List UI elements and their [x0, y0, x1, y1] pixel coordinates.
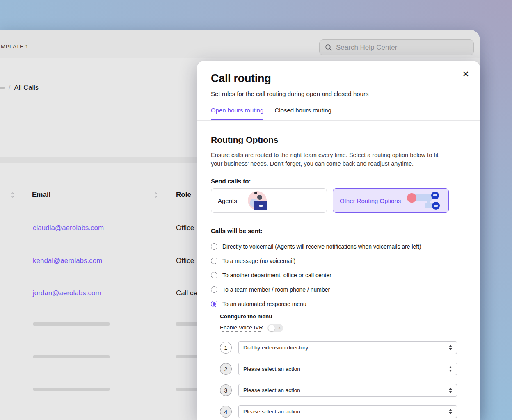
column-header-role: Role: [176, 191, 191, 199]
radio-icon[interactable]: [211, 286, 217, 293]
menu-action-select-3[interactable]: Please select an action: [238, 384, 457, 397]
routing-options-description: Ensure calls are routed to the right tea…: [211, 151, 451, 168]
menu-action-select-1[interactable]: Dial by extension directory: [238, 341, 457, 354]
radio-option-another-department[interactable]: To another department, office or call ce…: [211, 268, 421, 282]
select-arrows-icon: [449, 345, 452, 350]
skeleton-row: [33, 322, 110, 326]
role-cell: Office: [176, 224, 194, 232]
configure-menu-heading: Configure the menu: [220, 313, 272, 320]
radio-icon-selected[interactable]: [211, 301, 217, 307]
app-header: MPLATE 1 Search Help Center: [0, 30, 480, 58]
menu-action-select-2[interactable]: Please select an action: [238, 363, 457, 375]
template-label: MPLATE 1: [1, 43, 28, 50]
breadcrumb-separator: /: [9, 84, 10, 91]
send-calls-to-label: Send calls to:: [211, 178, 251, 185]
routing-options-heading: Routing Options: [211, 135, 278, 145]
sort-icon[interactable]: [153, 192, 158, 199]
radio-option-automated-response-menu[interactable]: To an automated response menu: [211, 297, 421, 311]
close-icon[interactable]: ✕: [460, 68, 471, 80]
toggle-knob: [268, 325, 275, 331]
call-routing-modal: ✕ Call routing Set rules for the call ro…: [197, 61, 480, 420]
agents-card-label: Agents: [218, 197, 237, 204]
menu-action-select-4[interactable]: Please select an action: [238, 405, 457, 418]
tab-closed-hours-routing[interactable]: Closed hours routing: [274, 107, 331, 120]
search-icon: [325, 44, 332, 51]
help-center-search-input[interactable]: Search Help Center: [319, 39, 474, 55]
email-link[interactable]: jordan@aerolabs.com: [33, 289, 101, 297]
menu-number-badge: 4: [220, 406, 232, 418]
other-routing-options-label: Other Routing Options: [340, 197, 401, 204]
agents-card[interactable]: Agents: [211, 188, 327, 213]
radio-option-message[interactable]: To a message (no voicemail): [211, 253, 421, 268]
ivr-menu-row-2: 2 Please select an action: [220, 363, 457, 375]
column-header-email: Email: [32, 191, 50, 199]
select-arrows-icon: [449, 388, 452, 393]
enable-voice-ivr-row: Enable Voice IVR ×: [220, 324, 283, 332]
ivr-menu-row-3: 3 Please select an action: [220, 384, 457, 397]
radio-icon[interactable]: [211, 258, 217, 264]
ivr-menu-row-4: 4 Please select an action: [220, 405, 457, 418]
tab-bar: Open hours routing Closed hours routing: [211, 107, 331, 120]
role-cell: Call ce: [176, 289, 197, 297]
breadcrumb-current: All Calls: [14, 84, 39, 91]
modal-subtitle: Set rules for the call routing during op…: [211, 90, 368, 97]
toggle-off-icon: ×: [278, 325, 281, 330]
ivr-menu-list: 1 Dial by extension directory 2 Please s…: [220, 341, 457, 420]
select-arrows-icon: [449, 409, 452, 414]
routing-cards: Agents Other Routing Options: [211, 188, 449, 213]
screen: MPLATE 1 Search Help Center / All Calls …: [0, 0, 512, 420]
radio-icon[interactable]: [211, 272, 217, 278]
routing-flow-illustration-icon: [407, 191, 442, 210]
agents-illustration-icon: [246, 190, 268, 211]
menu-number-badge: 3: [220, 384, 232, 396]
select-arrows-icon: [449, 366, 452, 372]
email-link[interactable]: kendal@aerolabs.com: [33, 257, 102, 265]
role-cell: Office: [176, 257, 194, 265]
skeleton-row: [33, 355, 110, 358]
menu-number-badge: 1: [220, 342, 232, 354]
sort-icon[interactable]: [10, 192, 15, 199]
ivr-menu-row-1: 1 Dial by extension directory: [220, 341, 457, 354]
radio-icon[interactable]: [211, 243, 217, 250]
skeleton-row: [33, 388, 110, 391]
search-placeholder: Search Help Center: [336, 43, 397, 52]
radio-option-team-member[interactable]: To a team member / room phone / number: [211, 282, 421, 297]
tabs-divider: [197, 120, 480, 121]
breadcrumb: / All Calls: [0, 84, 39, 91]
enable-voice-ivr-label: Enable Voice IVR: [220, 324, 263, 332]
tab-open-hours-routing[interactable]: Open hours routing: [211, 107, 263, 120]
email-link[interactable]: claudia@aerolabs.com: [33, 224, 104, 232]
other-routing-options-card[interactable]: Other Routing Options: [333, 188, 449, 213]
voice-ivr-toggle[interactable]: ×: [267, 324, 283, 332]
radio-option-voicemail[interactable]: Directly to voicemail (Agents will recei…: [211, 239, 421, 253]
modal-title: Call routing: [211, 72, 271, 85]
menu-number-badge: 2: [220, 363, 232, 375]
breadcrumb-prev-icon: [0, 87, 5, 89]
calls-will-be-sent-label: Calls will be sent:: [211, 227, 263, 234]
destination-radio-group: Directly to voicemail (Agents will recei…: [211, 239, 421, 311]
